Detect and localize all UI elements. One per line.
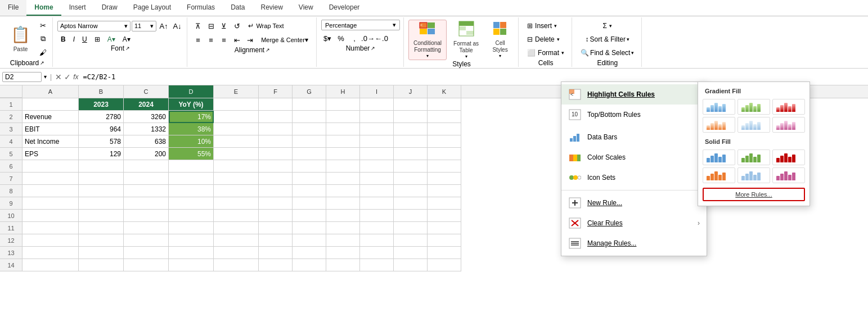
cell-i10[interactable] [360, 210, 394, 222]
cell-h13[interactable] [326, 247, 360, 259]
tab-formulas[interactable]: Formulas [179, 0, 223, 16]
cell-i3[interactable] [360, 123, 394, 135]
cell-f7[interactable] [259, 173, 293, 185]
cell-c14[interactable] [124, 259, 169, 271]
col-header-j[interactable]: J [394, 85, 428, 98]
row-num-4[interactable]: 4 [0, 135, 23, 148]
indent-increase-button[interactable]: ⇥ [244, 34, 256, 46]
cell-h12[interactable] [326, 234, 360, 247]
cell-ref-input[interactable] [2, 72, 42, 82]
cell-d9[interactable] [169, 197, 214, 210]
cell-g6[interactable] [293, 160, 326, 173]
tab-draw[interactable]: Draw [94, 0, 125, 16]
cell-i13[interactable] [360, 247, 394, 259]
cell-f1[interactable] [259, 98, 293, 111]
cell-b5[interactable]: 129 [79, 148, 124, 160]
alignment-expand-icon[interactable]: ↗ [266, 47, 270, 53]
row-num-13[interactable]: 13 [0, 247, 23, 259]
borders-button[interactable]: ⊞ [91, 34, 104, 44]
cell-e14[interactable] [214, 259, 259, 271]
cell-a9[interactable] [23, 197, 79, 210]
cell-i6[interactable] [360, 160, 394, 173]
cell-k3[interactable] [428, 123, 461, 135]
cell-h9[interactable] [326, 197, 360, 210]
cell-i8[interactable] [360, 185, 394, 197]
cell-a12[interactable] [23, 234, 79, 247]
cell-j4[interactable] [394, 135, 428, 148]
font-expand-icon[interactable]: ↗ [125, 46, 130, 51]
cell-h14[interactable] [326, 259, 360, 271]
cell-j10[interactable] [394, 210, 428, 222]
sort-filter-button[interactable]: ↕ Sort & Filter ▾ [577, 33, 638, 46]
cell-f6[interactable] [259, 160, 293, 173]
cell-c13[interactable] [124, 247, 169, 259]
cell-h3[interactable] [326, 123, 360, 135]
cell-b3[interactable]: 964 [79, 123, 124, 135]
confirm-formula-icon[interactable]: ✓ [64, 72, 71, 81]
percent-button[interactable]: % [335, 32, 347, 44]
find-select-button[interactable]: 🔍 Find & Select ▾ [577, 47, 638, 59]
align-center-button[interactable]: ≡ [205, 34, 217, 46]
cell-k4[interactable] [428, 135, 461, 148]
col-header-f[interactable]: F [259, 85, 293, 98]
solid-green[interactable] [737, 149, 770, 165]
solid-blue[interactable] [703, 149, 735, 165]
cell-k1[interactable] [428, 98, 461, 111]
row-num-2[interactable]: 2 [0, 111, 23, 123]
cell-a7[interactable] [23, 173, 79, 185]
solid-orange[interactable] [703, 167, 735, 183]
gradient-red[interactable] [772, 99, 805, 115]
cell-a10[interactable] [23, 210, 79, 222]
cell-j7[interactable] [394, 173, 428, 185]
cell-d12[interactable] [169, 234, 214, 247]
menu-item-clear-rules[interactable]: Clear Rules › [561, 213, 707, 233]
format-as-table-button[interactable]: Format asTable ▾ [448, 20, 484, 60]
cell-f11[interactable] [259, 222, 293, 234]
cell-g11[interactable] [293, 222, 326, 234]
cell-k11[interactable] [428, 222, 461, 234]
cell-f3[interactable] [259, 123, 293, 135]
row-num-6[interactable]: 6 [0, 160, 23, 173]
cell-a4[interactable]: Net Income [23, 135, 79, 148]
cell-d5[interactable]: 55% [169, 148, 214, 160]
formula-input[interactable] [80, 72, 866, 81]
cell-e11[interactable] [214, 222, 259, 234]
tab-review[interactable]: Review [253, 0, 290, 16]
cell-c9[interactable] [124, 197, 169, 210]
col-header-b[interactable]: B [79, 85, 124, 98]
cell-e8[interactable] [214, 185, 259, 197]
cell-i11[interactable] [360, 222, 394, 234]
cell-e7[interactable] [214, 173, 259, 185]
cell-g13[interactable] [293, 247, 326, 259]
cut-button[interactable]: ✂ [37, 19, 49, 31]
col-header-h[interactable]: H [326, 85, 360, 98]
solid-red[interactable] [772, 149, 805, 165]
cell-k9[interactable] [428, 197, 461, 210]
cell-d14[interactable] [169, 259, 214, 271]
cell-e1[interactable] [214, 98, 259, 111]
row-num-14[interactable]: 14 [0, 259, 23, 271]
cell-b12[interactable] [79, 234, 124, 247]
cell-k2[interactable] [428, 111, 461, 123]
cell-d10[interactable] [169, 210, 214, 222]
cell-h1[interactable] [326, 98, 360, 111]
cell-j13[interactable] [394, 247, 428, 259]
format-button[interactable]: ⬜ Format ▾ [523, 47, 568, 59]
delete-button[interactable]: ⊟ Delete ▾ [523, 33, 568, 46]
row-num-9[interactable]: 9 [0, 197, 23, 210]
cell-d13[interactable] [169, 247, 214, 259]
cell-d6[interactable] [169, 160, 214, 173]
cell-i1[interactable] [360, 98, 394, 111]
cell-a8[interactable] [23, 185, 79, 197]
cell-b11[interactable] [79, 222, 124, 234]
cell-c5[interactable]: 200 [124, 148, 169, 160]
cell-b7[interactable] [79, 173, 124, 185]
tab-view[interactable]: View [291, 0, 321, 16]
cell-d2[interactable]: 17% [169, 111, 214, 123]
menu-item-icon-sets[interactable]: Icon Sets › [561, 167, 707, 188]
cell-i12[interactable] [360, 234, 394, 247]
tab-insert[interactable]: Insert [61, 0, 94, 16]
col-header-c[interactable]: C [124, 85, 169, 98]
cell-d7[interactable] [169, 173, 214, 185]
cell-b13[interactable] [79, 247, 124, 259]
